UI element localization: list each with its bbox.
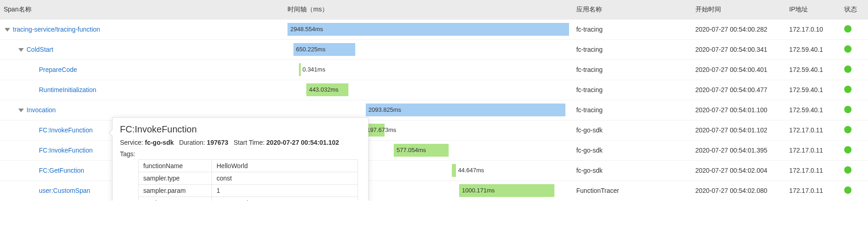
- start-time-cell: 2020-07-27 00:54:01.102: [692, 120, 786, 140]
- tooltip-tag-table: functionNameHelloWorldsampler.typeconsts…: [138, 159, 358, 201]
- status-cell: [841, 120, 868, 140]
- ip-cell: 172.59.40.1: [786, 100, 841, 120]
- tooltip-start-value: 2020-07-27 00:54:01.102: [266, 139, 339, 146]
- status-ok-icon: [844, 86, 852, 93]
- status-ok-icon: [844, 186, 852, 194]
- ip-cell: 172.17.0.11: [786, 160, 841, 180]
- bar-duration-label: 44.647ms: [456, 164, 484, 177]
- ip-cell: 172.17.0.11: [786, 120, 841, 140]
- bar-duration-label: 2093.825ms: [369, 104, 401, 116]
- tooltip-tags-label: Tags:: [120, 150, 361, 158]
- timeline-bar[interactable]: 197.673ms: [366, 124, 385, 137]
- ip-cell: 172.59.40.1: [786, 39, 841, 60]
- bar-duration-label: 0.341ms: [301, 63, 326, 76]
- chevron-down-icon[interactable]: [18, 48, 24, 52]
- span-link[interactable]: FC:InvokeFunction: [39, 126, 93, 134]
- table-row: PrepareCode0.341msfc-tracing2020-07-27 0…: [0, 60, 868, 80]
- start-time-cell: 2020-07-27 00:54:00.341: [692, 39, 786, 60]
- table-row: tracing-service/tracing-function2948.554…: [0, 19, 868, 39]
- status-ok-icon: [844, 25, 852, 33]
- span-link[interactable]: FC:InvokeFunction: [39, 147, 93, 154]
- status-cell: [841, 100, 868, 120]
- tooltip-tag-key: functionName: [139, 160, 212, 172]
- status-ok-icon: [844, 106, 852, 113]
- table-row: RuntimeInitialization443.032msfc-tracing…: [0, 80, 868, 100]
- status-cell: [841, 39, 868, 60]
- app-name-cell: fc-go-sdk: [573, 120, 692, 140]
- app-name-cell: fc-tracing: [573, 60, 692, 80]
- col-header-timeline: 时间轴（ms）: [284, 0, 572, 19]
- span-name-cell: tracing-service/tracing-function: [0, 19, 284, 39]
- table-header-row: Span名称 时间轴（ms） 应用名称 开始时间 IP地址 状态: [0, 0, 868, 19]
- tooltip-tag-key: serviceName: [139, 197, 212, 201]
- timeline-bar[interactable]: 650.225ms: [293, 43, 355, 56]
- tooltip-tag-row: serviceNameDemoService: [139, 197, 358, 201]
- tooltip-tag-value: HelloWorld: [212, 160, 358, 172]
- app-name-cell: fc-tracing: [573, 80, 692, 100]
- app-name-cell: fc-tracing: [573, 39, 692, 60]
- bar-duration-label: 1000.171ms: [462, 184, 495, 197]
- tooltip-start-label: Start Time:: [233, 139, 266, 146]
- bar-duration-label: 443.032ms: [309, 83, 338, 96]
- timeline-cell: 443.032ms: [284, 80, 572, 100]
- app-name-cell: fc-tracing: [573, 19, 692, 39]
- col-header-app: 应用名称: [573, 0, 692, 19]
- span-link[interactable]: ColdStart: [27, 46, 53, 53]
- timeline-cell: 2948.554ms: [284, 19, 572, 39]
- status-cell: [841, 60, 868, 80]
- span-link[interactable]: FC:GetFunction: [39, 167, 84, 174]
- status-cell: [841, 180, 868, 201]
- timeline-bar[interactable]: 44.647ms: [452, 164, 456, 177]
- tooltip-tag-value: DemoService: [212, 197, 358, 201]
- status-cell: [841, 19, 868, 39]
- timeline-bar[interactable]: 0.341ms: [299, 63, 301, 76]
- table-row: ColdStart650.225msfc-tracing2020-07-27 0…: [0, 39, 868, 60]
- app-name-cell: fc-tracing: [573, 100, 692, 120]
- tooltip-tag-row: sampler.typeconst: [139, 172, 358, 185]
- span-name-cell: PrepareCode: [0, 60, 284, 80]
- status-cell: [841, 140, 868, 160]
- start-time-cell: 2020-07-27 00:54:01.395: [692, 140, 786, 160]
- timeline-bar[interactable]: 2948.554ms: [288, 23, 569, 36]
- timeline-bar[interactable]: 577.054ms: [394, 144, 449, 157]
- ip-cell: 172.17.0.10: [786, 19, 841, 39]
- span-link[interactable]: user:CustomSpan: [39, 187, 90, 194]
- timeline-cell: 650.225ms: [284, 39, 572, 60]
- timeline-bar[interactable]: 443.032ms: [306, 83, 348, 96]
- tooltip-tag-row: functionNameHelloWorld: [139, 160, 358, 172]
- col-header-ip: IP地址: [786, 0, 841, 19]
- tooltip-tag-value: 1: [212, 185, 358, 197]
- app-name-cell: FunctionTracer: [573, 180, 692, 201]
- tooltip-service-value: fc-go-sdk: [145, 139, 174, 146]
- status-cell: [841, 160, 868, 180]
- tooltip-meta: Service: fc-go-sdk Duration: 197673 Star…: [120, 137, 361, 148]
- span-link[interactable]: Invocation: [27, 106, 56, 114]
- chevron-down-icon[interactable]: [18, 109, 24, 112]
- timeline-bar[interactable]: 2093.825ms: [366, 104, 565, 116]
- ip-cell: 172.17.0.11: [786, 180, 841, 201]
- timeline-bar[interactable]: 1000.171ms: [459, 184, 554, 197]
- ip-cell: 172.17.0.11: [786, 140, 841, 160]
- col-header-span: Span名称: [0, 0, 284, 19]
- chevron-down-icon[interactable]: [5, 28, 10, 32]
- start-time-cell: 2020-07-27 00:54:00.282: [692, 19, 786, 39]
- bar-duration-label: 197.673ms: [367, 124, 396, 137]
- col-header-start: 开始时间: [692, 0, 786, 19]
- start-time-cell: 2020-07-27 00:54:00.401: [692, 60, 786, 80]
- span-link[interactable]: RuntimeInitialization: [39, 86, 96, 93]
- timeline-cell: 0.341ms: [284, 60, 572, 80]
- status-ok-icon: [844, 146, 852, 153]
- tooltip-duration-value: 197673: [207, 139, 228, 146]
- span-link[interactable]: tracing-service/tracing-function: [13, 26, 100, 33]
- status-ok-icon: [844, 66, 852, 73]
- span-link[interactable]: PrepareCode: [39, 66, 77, 73]
- tooltip-service-label: Service:: [120, 139, 145, 146]
- tooltip-tag-value: const: [212, 172, 358, 185]
- tooltip-tag-key: sampler.type: [139, 172, 212, 185]
- status-ok-icon: [844, 126, 852, 133]
- status-cell: [841, 80, 868, 100]
- bar-duration-label: 577.054ms: [396, 144, 426, 157]
- start-time-cell: 2020-07-27 00:54:02.004: [692, 160, 786, 180]
- tooltip-duration-label: Duration:: [179, 139, 207, 146]
- app-name-cell: fc-go-sdk: [573, 140, 692, 160]
